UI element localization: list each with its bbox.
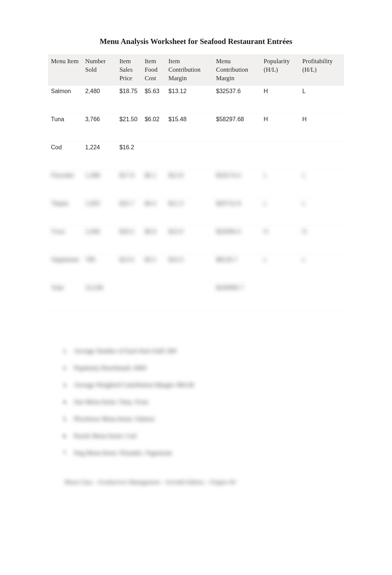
cell-price: $13.5: [116, 254, 142, 282]
cell-mcm: $32537.6: [213, 86, 261, 114]
cell-item: Tilapia: [48, 198, 82, 226]
cell-mcm: $160905.7: [213, 282, 261, 310]
cell-icm: $15.48: [165, 114, 213, 142]
cell-price: $16.2: [116, 142, 142, 170]
cell-mcm: $19174.4: [213, 170, 261, 198]
cell-mcm: $58297.68: [213, 114, 261, 142]
cell-pop: H: [261, 114, 299, 142]
col-number-sold: Number Sold: [82, 54, 117, 86]
cell-icm: $11.3: [165, 198, 213, 226]
cell-icm: $13.12: [165, 86, 213, 114]
cell-cost: [142, 142, 165, 170]
col-food-cost: Item Food Cost: [142, 54, 165, 86]
table-row-blurred: Vegetarian 789 $13.5 $3.2 $10.3 $8126.7 …: [48, 254, 344, 282]
cell-mcm: $22056.4: [213, 226, 261, 254]
table-row-blurred: Total 13,236 $160905.7: [48, 282, 344, 310]
table-row-blurred: Flounder 1,498 $17.9 $5.1 $12.8 $19174.4…: [48, 170, 344, 198]
table-row-blurred: Trout 1,646 $19.2 $5.8 $13.4 $22056.4 H …: [48, 226, 344, 254]
cell-pop: [261, 282, 299, 310]
col-item-cm: Item Contribution Margin: [165, 54, 213, 86]
cell-icm: $13.4: [165, 226, 213, 254]
list-item: 4.Star Menu Items: Tuna, Trout: [63, 398, 344, 406]
cell-sold: 1,646: [82, 226, 117, 254]
list-item: 6.Puzzle Menu Items: Cod: [63, 432, 344, 440]
table-header: Menu Item Number Sold Item Sales Price I…: [48, 54, 344, 86]
cell-price: $17.9: [116, 170, 142, 198]
cell-prof: [299, 142, 344, 170]
cell-sold: 1,224: [82, 142, 117, 170]
cell-item: Trout: [48, 226, 82, 254]
cell-sold: 13,236: [82, 282, 117, 310]
cell-cost: $3.2: [142, 254, 165, 282]
col-menu-item: Menu Item: [48, 54, 82, 86]
cell-sold: 789: [82, 254, 117, 282]
list-item: 7.Dog Menu Items: Flounder, Vegetarian: [63, 449, 344, 457]
cell-pop: L: [261, 254, 299, 282]
cell-cost: $4.4: [142, 198, 165, 226]
list-item: 1.Average Number of Each Item Sold: ###: [63, 347, 344, 355]
cell-mcm: [213, 142, 261, 170]
list-item: 3.Average Weighted Contribution Margin: …: [63, 381, 344, 389]
analysis-list-blurred: 1.Average Number of Each Item Sold: ### …: [48, 347, 344, 486]
col-sales-price: Item Sales Price: [116, 54, 142, 86]
cell-sold: 1,498: [82, 170, 117, 198]
page-title: Menu Analysis Worksheet for Seafood Rest…: [48, 37, 344, 46]
cell-cost: $5.1: [142, 170, 165, 198]
cell-icm: $12.8: [165, 170, 213, 198]
cell-prof: L: [299, 86, 344, 114]
cell-prof: L: [299, 198, 344, 226]
cell-pop: H: [261, 86, 299, 114]
col-menu-cm: Menu Contribution Margin: [213, 54, 261, 86]
cell-pop: H: [261, 226, 299, 254]
col-popularity: Popularity (H/L): [261, 54, 299, 86]
cell-pop: [261, 142, 299, 170]
cell-cost: $6.02: [142, 114, 165, 142]
cell-pop: L: [261, 170, 299, 198]
cell-price: [116, 282, 142, 310]
menu-analysis-table: Menu Item Number Sold Item Sales Price I…: [48, 54, 344, 310]
col-profitability: Profitability (H/L): [299, 54, 344, 86]
cell-sold: 2,480: [82, 86, 117, 114]
cell-icm: [165, 142, 213, 170]
table-row: Salmon 2,480 $18.75 $5.63 $13.12 $32537.…: [48, 86, 344, 114]
cell-prof: H: [299, 114, 344, 142]
list-item: 5.Plowhorse Menu Items: Salmon: [63, 415, 344, 423]
footer-note-blurred: Menu Class – Foodservice Management – Se…: [63, 479, 344, 486]
cell-prof: H: [299, 226, 344, 254]
cell-item: Cod: [48, 142, 82, 170]
cell-prof: L: [299, 254, 344, 282]
cell-sold: 3,766: [82, 114, 117, 142]
cell-item: Total: [48, 282, 82, 310]
cell-cost: $5.8: [142, 226, 165, 254]
cell-prof: L: [299, 170, 344, 198]
cell-item: Vegetarian: [48, 254, 82, 282]
cell-price: $18.75: [116, 86, 142, 114]
cell-price: $15.7: [116, 198, 142, 226]
table-row-blurred: Tilapia 1,833 $15.7 $4.4 $11.3 $20712.9 …: [48, 198, 344, 226]
table-row: Cod 1,224 $16.2: [48, 142, 344, 170]
cell-item: Flounder: [48, 170, 82, 198]
cell-cost: $5.63: [142, 86, 165, 114]
cell-item: Salmon: [48, 86, 82, 114]
cell-price: $21.50: [116, 114, 142, 142]
cell-prof: [299, 282, 344, 310]
cell-mcm: $8126.7: [213, 254, 261, 282]
cell-price: $19.2: [116, 226, 142, 254]
cell-icm: [165, 282, 213, 310]
table-row: Tuna 3,766 $21.50 $6.02 $15.48 $58297.68…: [48, 114, 344, 142]
cell-mcm: $20712.9: [213, 198, 261, 226]
cell-sold: 1,833: [82, 198, 117, 226]
cell-cost: [142, 282, 165, 310]
list-item: 2.Popularity Benchmark: ####: [63, 364, 344, 372]
cell-icm: $10.3: [165, 254, 213, 282]
cell-item: Tuna: [48, 114, 82, 142]
cell-pop: L: [261, 198, 299, 226]
